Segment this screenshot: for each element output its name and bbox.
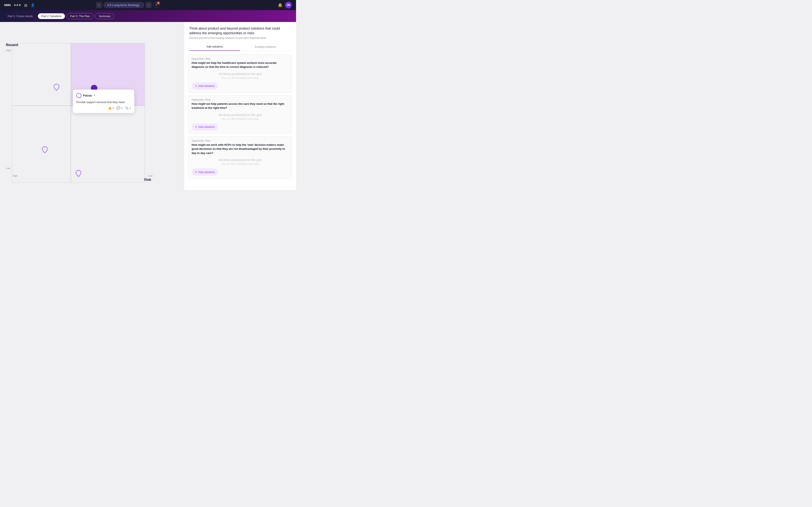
attach-icon: 📎 xyxy=(125,106,129,110)
quadrant-bottom-right xyxy=(71,106,145,182)
risk-label: Risk xyxy=(144,178,151,182)
nav-center: ‹ 4.5Long-term Strategy › ? 1 xyxy=(96,2,159,8)
opp-label-prefix-1: Opportunity / Risk: xyxy=(192,57,211,60)
tooltip-header: Focus ▾ xyxy=(77,93,131,98)
comment-action[interactable]: 💬 3 xyxy=(116,106,122,110)
tab-part3[interactable]: Part 3: The Plan xyxy=(67,13,94,19)
opp-label-2: Opportunity / Risk: xyxy=(192,99,289,101)
add-solutions-button-3[interactable]: + Add solutions xyxy=(192,168,218,176)
opp-empty-title-1: All ideas positioned on the grid xyxy=(192,72,289,76)
tooltip-actions: 👍 4 💬 3 📎 2 xyxy=(77,106,131,110)
plus-icon-1: + xyxy=(195,84,197,88)
title-number: 4.5 xyxy=(107,3,111,7)
tab-bar: Part 1: Future trends Part 2: Solutions … xyxy=(0,10,296,22)
low-y-label: Low xyxy=(6,167,10,169)
top-nav: NNN ▤ 👤 ‹ 4.5Long-term Strategy › ? 1 🔔 … xyxy=(0,0,296,10)
opp-label-3: Opportunity / Risk: xyxy=(192,139,289,142)
title-text: Long-term Strategy xyxy=(112,3,140,7)
help-badge: 1 xyxy=(157,1,160,4)
nav-dot-1 xyxy=(14,4,16,6)
attach-action[interactable]: 📎 2 xyxy=(125,106,131,110)
right-panel-title: Think about product and beyond product s… xyxy=(189,26,291,36)
opp-empty-title-3: All ideas positioned on the grid xyxy=(192,158,289,162)
nav-dots xyxy=(14,4,21,6)
chart-grid: Focus ▾ Provide support services that th… xyxy=(12,43,145,182)
next-button[interactable]: › xyxy=(146,2,152,8)
dot-1[interactable] xyxy=(53,83,59,92)
tab-summary[interactable]: Summary xyxy=(95,13,114,19)
chart-area: Reward High Low High Low Risk xyxy=(0,22,184,190)
opportunity-card-2: Opportunity / Risk: How might we help pa… xyxy=(189,95,292,134)
add-solutions-label-1: Add solutions xyxy=(198,84,215,88)
user-icon[interactable]: 👤 xyxy=(31,3,35,7)
tab-add-solutions[interactable]: Add solutions xyxy=(189,43,240,51)
opp-empty-sub-3: You can still contribute new ideas xyxy=(192,162,289,165)
right-panel-scroll[interactable]: Opportunity / Risk: How might we help th… xyxy=(184,51,296,190)
opp-question-3: How might we work with HCPs to help the … xyxy=(192,143,289,155)
help-button[interactable]: ? 1 xyxy=(153,2,159,8)
high-y-label: High xyxy=(6,49,11,52)
opp-empty-sub-1: You can still contribute new ideas xyxy=(192,76,289,79)
opp-empty-sub-2: You can still contribute new ideas xyxy=(192,117,289,120)
tooltip-text: Provide support services that they need xyxy=(77,101,131,104)
document-icon[interactable]: ▤ xyxy=(24,3,27,7)
opportunity-card-3: Opportunity / Risk: How might we work wi… xyxy=(189,136,292,179)
dot-4[interactable] xyxy=(75,170,82,178)
nav-dot-3 xyxy=(19,4,21,6)
quadrant-top-left xyxy=(12,43,71,106)
right-panel-subtitle: Remind yourself of the existing solution… xyxy=(189,37,291,40)
nav-title-pill: 4.5Long-term Strategy xyxy=(104,2,144,8)
add-solutions-button-1[interactable]: + Add solutions xyxy=(192,82,218,90)
add-solutions-label-2: Add solutions xyxy=(198,125,215,128)
opp-empty-title-2: All ideas positioned on the grid xyxy=(192,113,289,117)
chevron-down-icon[interactable]: ▾ xyxy=(94,94,95,97)
comment-count: 3 xyxy=(121,107,122,110)
opp-label-prefix-3: Opportunity / Risk: xyxy=(192,139,211,142)
notification-icon[interactable]: 🔔 xyxy=(278,3,283,7)
help-label: ? xyxy=(155,4,157,7)
avatar[interactable]: JM xyxy=(285,2,292,8)
opp-question-2: How might we help patients access the ca… xyxy=(192,102,289,110)
plus-icon-2: + xyxy=(195,125,197,129)
quadrant-bottom-left xyxy=(12,106,71,182)
nav-dot-2 xyxy=(16,4,18,6)
prev-button[interactable]: ‹ xyxy=(96,2,102,8)
tab-existing-solutions[interactable]: Existing solutions xyxy=(240,43,291,51)
tab-part2[interactable]: Part 2: Solutions xyxy=(38,13,65,19)
plus-icon-3: + xyxy=(195,170,197,174)
add-solutions-button-2[interactable]: + Add solutions xyxy=(192,123,218,130)
panel-tabs: Add solutions Existing solutions xyxy=(189,43,291,51)
opportunity-card-1: Opportunity / Risk: How might we help th… xyxy=(189,54,292,93)
right-panel: Think about product and beyond product s… xyxy=(184,22,296,190)
opp-question-1: How might we help the healthcare system … xyxy=(192,61,289,69)
tooltip-circle-icon xyxy=(77,93,82,98)
right-panel-header: Think about product and beyond product s… xyxy=(184,22,296,51)
opp-label-prefix-2: Opportunity / Risk: xyxy=(192,99,211,101)
dot-3[interactable] xyxy=(42,146,48,154)
like-count: 4 xyxy=(112,107,114,110)
tooltip-label: Focus xyxy=(83,94,92,97)
thumb-up-icon: 👍 xyxy=(108,106,111,110)
app-logo: NNN xyxy=(4,3,11,7)
add-solutions-label-3: Add solutions xyxy=(198,170,215,174)
comment-icon: 💬 xyxy=(116,106,120,110)
main-content: Reward High Low High Low Risk xyxy=(0,22,296,190)
nav-right: 🔔 JM xyxy=(278,2,292,8)
tab-part1[interactable]: Part 1: Future trends xyxy=(4,13,36,19)
low-x-label: Low xyxy=(148,174,153,177)
tooltip-popup: Focus ▾ Provide support services that th… xyxy=(73,90,134,113)
opp-label-1: Opportunity / Risk: xyxy=(192,57,289,60)
attach-count: 2 xyxy=(130,107,131,110)
like-action[interactable]: 👍 4 xyxy=(108,106,114,110)
